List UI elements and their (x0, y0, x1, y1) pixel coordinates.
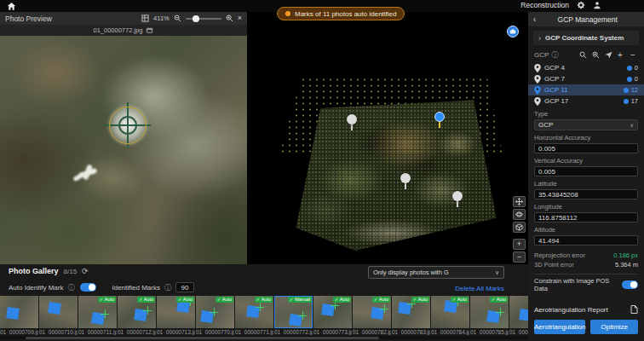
gcp-map-pin-selected[interactable] (434, 112, 445, 128)
gallery-thumbnail[interactable]: ✓ Auto01_00000784.jpg (431, 296, 469, 336)
gcp-list-item[interactable]: GCP 70 (528, 73, 644, 84)
gcp-panel-title: GCP Management (536, 15, 639, 24)
3d-reconstruction-viewport[interactable]: + − (247, 12, 528, 264)
thumbnail-image: ✓ Auto (78, 296, 117, 328)
gcp-list-item[interactable]: GCP 1717 (528, 95, 644, 107)
auto-identify-toggle[interactable] (80, 283, 96, 292)
point3d-error-label: 3D Point error (534, 261, 574, 269)
preview-filename: 01_00000772.jpg (94, 26, 143, 34)
thumbnail-image: ✓ Auto (118, 296, 156, 328)
longitude-field: Longitude (528, 203, 644, 223)
photo-preview-image[interactable] (0, 36, 247, 264)
gcp-map-pin[interactable] (400, 173, 411, 189)
locate-gcp-icon[interactable] (592, 51, 600, 59)
longitude-input[interactable] (534, 212, 638, 223)
photo-preview-header: Photo Preview 411% × (0, 12, 247, 25)
aerotriangulation-button[interactable]: Aerotriangulation (534, 320, 585, 334)
remove-gcp-icon[interactable]: − (630, 51, 638, 59)
gcp-coordinate-system-row[interactable]: › GCP Coordinate System (533, 31, 639, 45)
gallery-thumbnail[interactable]: ✓ Auto01_00000773.jpg (313, 296, 352, 336)
thumbnail-image: ✓ Auto (157, 296, 195, 328)
search-gcp-icon[interactable] (579, 51, 587, 59)
thumbnail-filename: 01_00000784.jpg (431, 329, 469, 335)
thumbnail-image: ✓ Auto (196, 296, 234, 328)
identified-marks-info-icon[interactable]: ⓘ (164, 283, 171, 292)
mark-count-dot-icon (624, 88, 629, 93)
gcp-pin-icon (534, 64, 541, 72)
gcp-mark-count: 0 (635, 64, 638, 72)
home-icon[interactable] (7, 2, 16, 11)
view-mode-cube-icon[interactable] (513, 222, 526, 233)
ground-plane-shape (73, 162, 107, 188)
gcp-mark-count: 12 (631, 86, 638, 94)
gallery-thumbnail[interactable]: ✓ Manual01_00000772.jpg (274, 296, 313, 336)
mark-status-badge: ✓ Manual (288, 297, 312, 303)
zoom-slider[interactable] (186, 18, 221, 20)
gallery-filter-dropdown[interactable]: Only display photos with G ∨ (368, 266, 504, 279)
gallery-thumbnail[interactable]: 01_00000710.jpg (39, 296, 78, 336)
gallery-scrollbar-thumb[interactable] (26, 337, 379, 339)
photo-preview-title: Photo Preview (5, 14, 52, 23)
gallery-thumbnail[interactable]: ✓ Auto01_00000712.jpg (118, 296, 156, 336)
gcp-list-toolbar: GCP ⓘ + − (528, 49, 644, 62)
zoom-out-button[interactable]: − (513, 251, 526, 263)
coordinate-system-label: GCP Coordinate System (545, 34, 624, 42)
constrain-toggle[interactable] (622, 280, 638, 289)
vertical-accuracy-field: Vertical Accuracy (528, 157, 644, 176)
thumbnail-image: ✓ Auto (431, 296, 469, 328)
latitude-input[interactable] (534, 189, 638, 199)
refresh-gallery-icon[interactable]: ⟳ (82, 268, 89, 275)
import-gcp-icon[interactable] (605, 51, 612, 59)
open-file-icon[interactable] (146, 26, 153, 34)
aerotriangulation-report-row: Aerotriangulation Report (528, 305, 644, 314)
pan-tool-icon[interactable] (513, 196, 526, 207)
gcp-list-item[interactable]: GCP 40 (528, 62, 644, 73)
gallery-thumbnail[interactable]: ✓ Auto01_00000770.jpg (196, 296, 234, 336)
horizontal-accuracy-input[interactable] (534, 143, 638, 153)
type-select[interactable]: GCP ∨ (534, 119, 638, 130)
gallery-thumbnail[interactable]: ✓ Auto01_00000783.jpg (392, 296, 430, 336)
zoom-in-button[interactable]: + (513, 239, 526, 250)
altitude-input[interactable] (534, 235, 638, 246)
auto-identify-info-icon[interactable]: ⓘ (67, 283, 74, 292)
gcp-map-pin[interactable] (452, 191, 463, 207)
zoom-out-magnifier-icon[interactable] (174, 14, 181, 22)
vertical-accuracy-input[interactable] (534, 166, 638, 176)
gcp-tarp-shape (519, 309, 528, 321)
identified-marks-input[interactable] (175, 282, 194, 292)
settings-gear-icon[interactable] (577, 1, 585, 9)
delete-all-marks-link[interactable]: Delete All Marks (455, 285, 504, 292)
close-preview-icon[interactable]: × (238, 14, 242, 22)
report-document-icon[interactable] (630, 305, 638, 314)
gallery-thumbnail[interactable]: ✓ Auto01_00000711.jpg (78, 296, 117, 336)
altitude-field: Altitude (528, 226, 644, 246)
user-account-icon[interactable] (593, 1, 601, 9)
gallery-thumbnail[interactable]: ✓ Auto01_00000782.jpg (353, 296, 391, 336)
mark-count-dot-icon (624, 99, 629, 104)
gallery-thumbnail[interactable]: 01_00000709.jpg (0, 296, 38, 336)
thumbnail-filename: 01_00000711.jpg (78, 329, 117, 335)
gallery-thumbnail[interactable]: ✓ Auto01_00000771.jpg (235, 296, 273, 336)
zoom-slider-knob[interactable] (193, 15, 199, 22)
gallery-scrollbar[interactable] (0, 336, 528, 339)
thumbnail-filename: 01_00000772.jpg (274, 329, 313, 335)
add-gcp-icon[interactable]: + (618, 51, 625, 59)
orbit-tool-icon[interactable] (513, 209, 526, 220)
gcp-list-item[interactable]: GCP 1112 (528, 84, 644, 95)
camera-view-button[interactable] (507, 26, 519, 38)
gcp-map-pin[interactable] (347, 114, 357, 130)
zoom-percent-value: 411% (153, 14, 170, 22)
photo-preview-panel: Photo Preview 411% × 01_00000772.jpg (0, 12, 247, 264)
gcp-info-icon[interactable]: ⓘ (551, 50, 558, 60)
gallery-thumbnail[interactable]: ✓ Auto01_00000713.jpg (157, 296, 195, 336)
gcp-mark-count: 17 (631, 97, 638, 105)
mark-status-badge: ✓ Auto (176, 297, 194, 303)
zoom-in-magnifier-icon[interactable] (226, 14, 233, 22)
select-caret-icon: ∨ (630, 122, 634, 128)
gcp-name: GCP 7 (544, 75, 565, 83)
mark-count-dot-icon (627, 66, 632, 71)
optimize-button[interactable]: Optimize (590, 320, 638, 334)
gallery-thumbnail[interactable]: ✓ Auto01_00000785.jpg (470, 296, 509, 336)
auto-identify-label: Auto Identify Mark (9, 284, 63, 292)
gallery-thumbnail[interactable]: 01_00000786.jpg (509, 296, 528, 336)
